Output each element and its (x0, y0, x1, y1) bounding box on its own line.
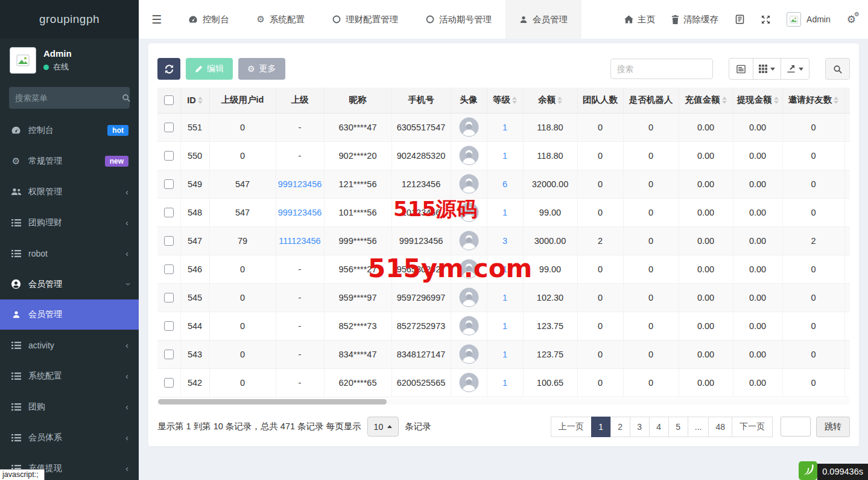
level-link[interactable]: 3 (502, 236, 507, 246)
settings-gears-icon[interactable]: ⚙⚙ (847, 13, 856, 26)
search-icon[interactable] (122, 94, 130, 102)
row-checkbox[interactable] (164, 151, 174, 161)
col-id[interactable]: ID (180, 88, 209, 113)
sidebar-item-label: 权限管理 (28, 187, 62, 197)
page-size-value: 10 (374, 422, 384, 432)
col-withdraw[interactable]: 提现金额 (733, 88, 782, 113)
edit-button[interactable]: 编辑 (186, 58, 233, 80)
sidebar-item-system-config[interactable]: 系统配置 ‹ (0, 360, 139, 391)
level-link[interactable]: 1 (502, 378, 507, 388)
search-button[interactable] (825, 58, 850, 80)
detail-view-button[interactable] (729, 58, 753, 80)
col-level[interactable]: 等级 (487, 88, 523, 113)
parent-link[interactable]: 999123456 (278, 208, 322, 217)
level-link[interactable]: 1 (502, 350, 507, 359)
user-menu[interactable]: Admin (787, 12, 831, 27)
more-button[interactable]: ⚙ 更多 (238, 58, 285, 80)
cell-select (157, 340, 180, 368)
cell-avatar (451, 170, 487, 198)
home-link[interactable]: 主页 (624, 14, 655, 25)
jump-page-input[interactable] (781, 417, 811, 437)
row-checkbox[interactable] (164, 321, 174, 331)
parent-link[interactable]: 999123456 (278, 179, 322, 189)
col-balance[interactable]: 余额 (523, 88, 577, 113)
col-recharge[interactable]: 充值金额 (679, 88, 733, 113)
tab-members[interactable]: 会员管理 (505, 0, 581, 39)
row-checkbox[interactable] (164, 350, 174, 359)
page-ellipsis-button[interactable]: ... (688, 417, 709, 437)
sidebar-item-group-finance[interactable]: 团购理财 ‹ (0, 207, 139, 238)
row-checkbox[interactable] (164, 293, 174, 302)
app-logo[interactable]: groupingph (0, 0, 139, 39)
chevron-down-icon: ‹ (122, 283, 131, 286)
level-link[interactable]: 1 (502, 123, 507, 132)
page-button[interactable]: 48 (708, 417, 732, 437)
navbar-username: Admin (806, 14, 831, 24)
row-checkbox[interactable] (164, 236, 174, 246)
sidebar-subitem-member-manage[interactable]: 会员管理 (0, 299, 139, 330)
row-checkbox[interactable] (164, 208, 174, 217)
page-button[interactable]: 3 (630, 417, 650, 437)
row-checkbox[interactable] (164, 378, 174, 388)
sidebar-search-input[interactable] (15, 94, 122, 103)
sidebar-item-permissions[interactable]: 权限管理 ‹ (0, 176, 139, 207)
table-search-input[interactable] (610, 59, 713, 79)
tab-dashboard[interactable]: 控制台 (174, 0, 243, 39)
sidebar-item-member-system[interactable]: 会员体系 ‹ (0, 422, 139, 453)
tab-label: 会员管理 (533, 14, 568, 25)
page-button[interactable]: 5 (668, 417, 688, 437)
level-link[interactable]: 6 (502, 179, 507, 189)
tab-system-config[interactable]: ⚙ 系统配置 (243, 0, 318, 39)
parent-link[interactable]: 111123456 (279, 236, 320, 246)
next-page-button[interactable]: 下一页 (732, 417, 773, 437)
cell-is-robot: 0 (623, 340, 679, 368)
col-parent-id: 上级用户id (209, 88, 276, 113)
chevron-left-icon: ‹ (125, 402, 128, 411)
level-link[interactable]: 1 (502, 151, 507, 161)
cell-recharge: 0.00 (679, 113, 733, 141)
export-button[interactable] (781, 58, 809, 80)
view-button-group (729, 58, 809, 80)
page-button[interactable]: 4 (649, 417, 669, 437)
sidebar-item-label: activity (28, 341, 54, 350)
sidebar-item-general[interactable]: ⚙ 常规管理 new (0, 146, 139, 176)
log-icon[interactable] (735, 14, 745, 24)
sidebar-item-dashboard[interactable]: 控制台 hot (0, 115, 139, 146)
level-link[interactable]: 1 (502, 293, 507, 302)
cell-nickname: 959****97 (324, 283, 391, 312)
hamburger-icon[interactable]: ☰ (139, 0, 174, 39)
sidebar-item-members[interactable]: 会员管理 ‹ (0, 269, 139, 299)
select-all-checkbox[interactable] (164, 95, 174, 105)
tab-activity-period[interactable]: 活动期号管理 (412, 0, 505, 39)
clear-cache-link[interactable]: 清除缓存 (671, 14, 718, 25)
cell-phone: 6305517547 (391, 113, 451, 141)
cell-recharge: 0.00 (679, 312, 733, 340)
cell-avatar (451, 113, 487, 141)
sidebar-item-activity[interactable]: activity ‹ (0, 330, 139, 360)
cell-balance: 123.75 (523, 312, 577, 340)
level-link[interactable]: 1 (502, 321, 507, 331)
refresh-button[interactable] (157, 58, 180, 80)
sort-icon (557, 97, 562, 104)
col-invite-count[interactable]: 邀请好友数 (782, 88, 844, 113)
cell-extra (844, 113, 850, 141)
prev-page-button[interactable]: 上一页 (551, 417, 592, 437)
level-link[interactable]: 1 (502, 208, 507, 217)
row-checkbox[interactable] (164, 123, 174, 132)
page-size-select[interactable]: 10 (367, 417, 399, 437)
cell-balance: 32000.00 (523, 170, 577, 198)
jump-button[interactable]: 跳转 (816, 417, 850, 437)
thinkphp-logo-icon (799, 461, 817, 480)
page-button[interactable]: 1 (591, 417, 611, 437)
avatar-icon (459, 231, 479, 251)
sidebar-item-group-buy[interactable]: 团购 ‹ (0, 391, 139, 422)
scrollbar-thumb[interactable] (158, 399, 387, 405)
fullscreen-icon[interactable] (761, 15, 770, 24)
row-checkbox[interactable] (164, 179, 174, 189)
tab-finance-config[interactable]: 理财配置管理 (318, 0, 412, 39)
page-button[interactable]: 2 (610, 417, 630, 437)
row-checkbox[interactable] (164, 264, 174, 274)
dashboard-icon (10, 125, 22, 135)
columns-button[interactable] (753, 58, 781, 80)
sidebar-item-robot[interactable]: robot ‹ (0, 238, 139, 269)
